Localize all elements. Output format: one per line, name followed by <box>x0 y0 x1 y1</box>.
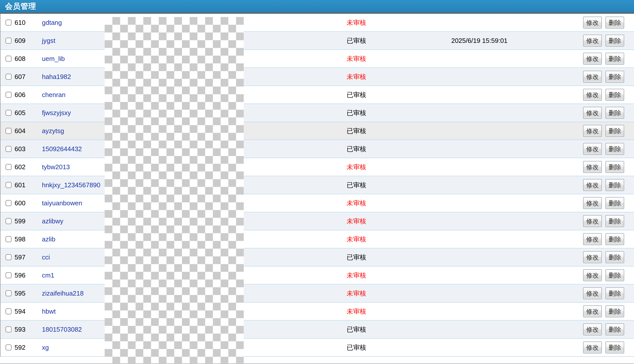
edit-button[interactable]: 修改 <box>583 179 602 191</box>
edit-button[interactable]: 修改 <box>583 89 602 101</box>
table-row: 608 uem_lib 未审核 修改 删除 <box>1 50 634 68</box>
row-select-checkbox[interactable] <box>6 326 12 332</box>
row-select-checkbox[interactable] <box>6 344 12 350</box>
row-actions: 修改 删除 <box>522 305 634 317</box>
username-link[interactable]: fjwszyjsxy <box>40 109 71 117</box>
table-row: 610 gdtang 未审核 修改 删除 <box>1 14 634 32</box>
username-link[interactable]: zizaifeihua218 <box>40 290 84 297</box>
checkbox-cell <box>1 272 14 278</box>
delete-button[interactable]: 删除 <box>605 17 624 29</box>
edit-button[interactable]: 修改 <box>583 143 602 155</box>
username-link[interactable]: cci <box>40 253 50 261</box>
row-actions: 修改 删除 <box>522 287 634 299</box>
delete-button[interactable]: 删除 <box>605 233 624 245</box>
username-link[interactable]: hbwt <box>40 308 56 315</box>
username-link[interactable]: azlibwy <box>40 217 63 225</box>
page-header: 会员管理 <box>0 0 634 13</box>
checkbox-cell <box>1 236 14 242</box>
checkbox-cell <box>1 164 14 170</box>
row-select-checkbox[interactable] <box>6 146 12 152</box>
delete-button[interactable]: 删除 <box>605 89 624 101</box>
delete-button[interactable]: 删除 <box>605 71 624 83</box>
row-actions: 修改 删除 <box>522 233 634 245</box>
row-select-checkbox[interactable] <box>6 218 12 224</box>
edit-button[interactable]: 修改 <box>583 323 602 335</box>
username-link[interactable]: haha1982 <box>40 73 71 80</box>
delete-button[interactable]: 删除 <box>605 269 624 281</box>
row-select-checkbox[interactable] <box>6 272 12 278</box>
edit-button[interactable]: 修改 <box>583 287 602 299</box>
edit-button[interactable]: 修改 <box>583 71 602 83</box>
row-select-checkbox[interactable] <box>6 20 12 26</box>
edit-button[interactable]: 修改 <box>583 341 602 353</box>
member-id: 604 <box>14 127 40 135</box>
username-link[interactable]: tybw2013 <box>40 163 70 171</box>
row-select-checkbox[interactable] <box>6 128 12 134</box>
delete-button[interactable]: 删除 <box>605 143 624 155</box>
delete-button[interactable]: 删除 <box>605 125 624 137</box>
username-link[interactable]: ayzytsg <box>40 127 64 135</box>
delete-button[interactable]: 删除 <box>605 179 624 191</box>
username-link[interactable]: jygst <box>40 37 55 44</box>
edit-button[interactable]: 修改 <box>583 107 602 119</box>
edit-button[interactable]: 修改 <box>583 305 602 317</box>
delete-button[interactable]: 删除 <box>605 197 624 209</box>
delete-button[interactable]: 删除 <box>605 35 624 47</box>
delete-button[interactable]: 删除 <box>605 287 624 299</box>
row-select-checkbox[interactable] <box>6 110 12 116</box>
row-select-checkbox[interactable] <box>6 92 12 98</box>
checkbox-cell <box>1 128 14 134</box>
username-link[interactable]: xg <box>40 344 49 351</box>
username-cell: chenran <box>40 91 105 99</box>
row-select-checkbox[interactable] <box>6 38 12 44</box>
member-id: 592 <box>14 344 40 351</box>
username-link[interactable]: chenran <box>40 91 66 99</box>
username-cell: 18015703082 <box>40 326 105 333</box>
row-select-checkbox[interactable] <box>6 74 12 80</box>
username-cell: jygst <box>40 37 105 45</box>
row-select-checkbox[interactable] <box>6 164 12 170</box>
delete-button[interactable]: 删除 <box>605 215 624 227</box>
row-select-checkbox[interactable] <box>6 308 12 314</box>
username-link[interactable]: cm1 <box>40 271 54 279</box>
row-actions: 修改 删除 <box>522 215 634 227</box>
edit-button[interactable]: 修改 <box>583 233 602 245</box>
username-link[interactable]: hnkjxy_1234567890 <box>40 181 100 189</box>
row-select-checkbox[interactable] <box>6 200 12 206</box>
username-link[interactable]: uem_lib <box>40 55 65 62</box>
page-title: 会员管理 <box>5 1 36 12</box>
edit-button[interactable]: 修改 <box>583 17 602 29</box>
checkbox-cell <box>1 74 14 80</box>
edit-button[interactable]: 修改 <box>583 251 602 263</box>
username-link[interactable]: taiyuanbowen <box>40 199 82 207</box>
row-select-checkbox[interactable] <box>6 236 12 242</box>
row-select-checkbox[interactable] <box>6 182 12 188</box>
username-link[interactable]: 15092644432 <box>40 145 82 153</box>
username-link[interactable]: azlib <box>40 235 55 243</box>
delete-button[interactable]: 删除 <box>605 53 624 65</box>
delete-button[interactable]: 删除 <box>605 107 624 119</box>
row-select-checkbox[interactable] <box>6 290 12 296</box>
delete-button[interactable]: 删除 <box>605 251 624 263</box>
row-actions: 修改 删除 <box>522 143 634 155</box>
edit-button[interactable]: 修改 <box>583 125 602 137</box>
delete-button[interactable]: 删除 <box>605 323 624 335</box>
edit-button[interactable]: 修改 <box>583 161 602 173</box>
delete-button[interactable]: 删除 <box>605 161 624 173</box>
edit-button[interactable]: 修改 <box>583 53 602 65</box>
username-cell: hnkjxy_1234567890 <box>40 181 105 189</box>
row-select-checkbox[interactable] <box>6 254 12 260</box>
table-row: 601 hnkjxy_1234567890 已审核 修改 删除 <box>1 176 634 194</box>
edit-button[interactable]: 修改 <box>583 269 602 281</box>
edit-button[interactable]: 修改 <box>583 197 602 209</box>
row-actions: 修改 删除 <box>522 125 634 137</box>
username-link[interactable]: gdtang <box>40 19 62 26</box>
edit-button[interactable]: 修改 <box>583 215 602 227</box>
row-select-checkbox[interactable] <box>6 56 12 62</box>
checkbox-cell <box>1 290 14 296</box>
username-link[interactable]: 18015703082 <box>40 326 82 333</box>
delete-button[interactable]: 删除 <box>605 305 624 317</box>
edit-button[interactable]: 修改 <box>583 35 602 47</box>
delete-button[interactable]: 删除 <box>605 341 624 353</box>
username-cell: azlibwy <box>40 217 105 225</box>
